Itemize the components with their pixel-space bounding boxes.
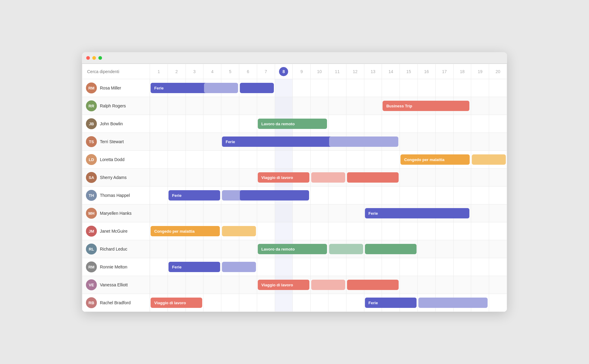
day-cell-richard-leduc-9 xyxy=(293,240,311,258)
day-cell-thomas-happel-10 xyxy=(311,187,329,204)
day-cell-terri-stewart-19 xyxy=(471,133,489,151)
day-cell-thomas-happel-7 xyxy=(257,187,275,204)
day-cell-loretta-dodd-3 xyxy=(186,151,203,169)
day-header-12: 12 xyxy=(346,64,364,79)
day-cell-terri-stewart-12 xyxy=(346,133,364,151)
day-cell-john-bowlin-2 xyxy=(168,115,186,133)
day-cell-sherry-adams-2 xyxy=(168,169,186,187)
day-cell-terri-stewart-1 xyxy=(150,133,168,151)
day-cell-rachel-bradford-7 xyxy=(257,294,275,312)
minimize-dot[interactable] xyxy=(92,56,96,60)
day-cell-maryellen-hanks-16 xyxy=(417,204,435,222)
employee-name-label: John Bowlin xyxy=(100,121,123,126)
day-cell-thomas-happel-11 xyxy=(328,187,346,204)
day-cell-ronnie-melton-18 xyxy=(453,258,471,276)
day-cell-thomas-happel-1 xyxy=(150,187,168,204)
day-cell-thomas-happel-12 xyxy=(346,187,364,204)
day-cell-maryellen-hanks-11 xyxy=(328,204,346,222)
day-cell-richard-leduc-14 xyxy=(382,240,400,258)
avatar: RM xyxy=(86,83,97,93)
day-cell-richard-leduc-4 xyxy=(203,240,221,258)
day-cell-thomas-happel-3 xyxy=(186,187,203,204)
day-cell-john-bowlin-8 xyxy=(275,115,293,133)
day-cell-richard-leduc-3 xyxy=(186,240,203,258)
day-cell-sherry-adams-20 xyxy=(489,169,507,187)
day-cell-thomas-happel-20 xyxy=(489,187,507,204)
day-cell-janet-mcguire-9 xyxy=(293,222,311,240)
avatar: MH xyxy=(86,208,97,219)
search-input[interactable] xyxy=(87,69,150,74)
day-cell-richard-leduc-13 xyxy=(364,240,382,258)
day-cell-loretta-dodd-12 xyxy=(346,151,364,169)
day-cell-terri-stewart-10 xyxy=(311,133,329,151)
day-cell-rachel-bradford-6 xyxy=(239,294,257,312)
day-cell-richard-leduc-15 xyxy=(400,240,418,258)
day-cell-terri-stewart-8 xyxy=(275,133,293,151)
day-cell-loretta-dodd-9 xyxy=(293,151,311,169)
day-cell-rosa-miller-7 xyxy=(257,79,275,97)
day-cell-maryellen-hanks-3 xyxy=(186,204,203,222)
day-cell-terri-stewart-15 xyxy=(400,133,418,151)
day-cell-janet-mcguire-17 xyxy=(435,222,453,240)
day-cell-loretta-dodd-4 xyxy=(203,151,221,169)
avatar: LD xyxy=(86,154,97,165)
day-cell-janet-mcguire-5 xyxy=(221,222,239,240)
day-cell-ralph-rogers-19 xyxy=(471,97,489,115)
day-cell-thomas-happel-6 xyxy=(239,187,257,204)
close-dot[interactable] xyxy=(86,56,90,60)
day-cell-ronnie-melton-7 xyxy=(257,258,275,276)
day-cell-janet-mcguire-3 xyxy=(186,222,203,240)
day-cell-thomas-happel-14 xyxy=(382,187,400,204)
day-cell-loretta-dodd-15: Congedo per malattia xyxy=(400,151,418,169)
day-cell-janet-mcguire-14 xyxy=(382,222,400,240)
day-cell-rosa-miller-15 xyxy=(400,79,418,97)
day-cell-richard-leduc-17 xyxy=(435,240,453,258)
day-header-17: 17 xyxy=(435,64,453,79)
day-cell-terri-stewart-6 xyxy=(239,133,257,151)
day-cell-sherry-adams-6 xyxy=(239,169,257,187)
day-cell-maryellen-hanks-7 xyxy=(257,204,275,222)
day-cell-sherry-adams-10 xyxy=(311,169,329,187)
search-cell xyxy=(82,64,150,79)
day-header-1: 1 xyxy=(150,64,168,79)
day-cell-janet-mcguire-10 xyxy=(311,222,329,240)
day-cell-rachel-bradford-2 xyxy=(168,294,186,312)
day-cell-sherry-adams-1 xyxy=(150,169,168,187)
maximize-dot[interactable] xyxy=(98,56,102,60)
employee-name-label: Sherry Adams xyxy=(100,175,127,180)
day-cell-janet-mcguire-16 xyxy=(417,222,435,240)
day-header-13: 13 xyxy=(364,64,382,79)
employee-name-label: Vanessa Elliott xyxy=(100,282,128,287)
day-cell-richard-leduc-1 xyxy=(150,240,168,258)
day-cell-rosa-miller-10 xyxy=(311,79,329,97)
day-cell-rachel-bradford-11 xyxy=(328,294,346,312)
day-cell-vanessa-elliott-11 xyxy=(328,276,346,294)
day-cell-ralph-rogers-11 xyxy=(328,97,346,115)
day-header-3: 3 xyxy=(186,64,203,79)
day-cell-richard-leduc-10 xyxy=(311,240,329,258)
day-cell-terri-stewart-17 xyxy=(435,133,453,151)
day-cell-vanessa-elliott-8 xyxy=(275,276,293,294)
day-cell-terri-stewart-16 xyxy=(417,133,435,151)
day-cell-rachel-bradford-15 xyxy=(400,294,418,312)
day-cell-sherry-adams-7: Viaggio di lavoro xyxy=(257,169,275,187)
day-cell-rachel-bradford-8 xyxy=(275,294,293,312)
day-cell-maryellen-hanks-2 xyxy=(168,204,186,222)
day-cell-rosa-miller-14 xyxy=(382,79,400,97)
day-cell-thomas-happel-15 xyxy=(400,187,418,204)
day-cell-ronnie-melton-6 xyxy=(239,258,257,276)
day-cell-loretta-dodd-10 xyxy=(311,151,329,169)
day-cell-maryellen-hanks-12 xyxy=(346,204,364,222)
employee-name-label: Rosa Miller xyxy=(100,86,121,90)
day-cell-maryellen-hanks-9 xyxy=(293,204,311,222)
employee-name-cell-maryellen-hanks: MHMaryellen Hanks xyxy=(82,204,150,222)
day-cell-terri-stewart-2 xyxy=(168,133,186,151)
day-header-2: 2 xyxy=(168,64,186,79)
avatar: VE xyxy=(86,279,97,290)
day-header-15: 15 xyxy=(400,64,418,79)
avatar: JB xyxy=(86,118,97,129)
day-cell-rachel-bradford-16 xyxy=(417,294,435,312)
day-cell-sherry-adams-16 xyxy=(417,169,435,187)
day-cell-john-bowlin-9 xyxy=(293,115,311,133)
gantt-table: 1234567891011121314151617181920 RMRosa M… xyxy=(82,64,507,312)
